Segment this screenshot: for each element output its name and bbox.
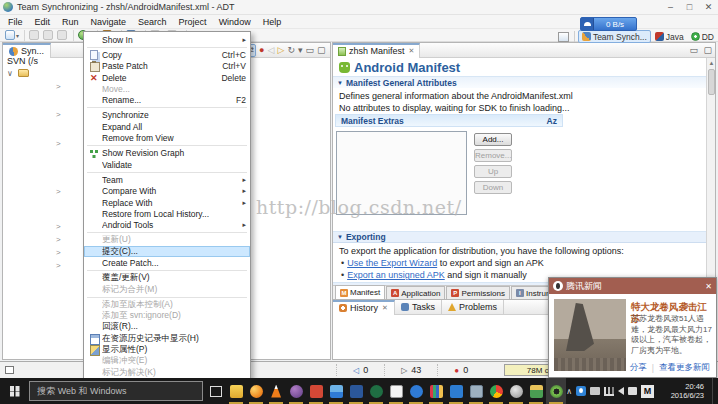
tree-chevron-icon[interactable]: > <box>56 82 61 91</box>
net-speed-overlay[interactable]: 0 B/s <box>580 17 637 31</box>
chrome-button[interactable] <box>486 378 506 404</box>
menu-item-team[interactable]: Team▸ <box>84 174 250 185</box>
media-button[interactable] <box>426 378 446 404</box>
menu-item-expand-all[interactable]: Expand All <box>84 121 250 132</box>
refresh-icon[interactable]: ↻ <box>287 45 295 56</box>
save-button[interactable] <box>29 30 41 40</box>
save-all-button[interactable] <box>43 30 55 40</box>
print-button[interactable] <box>57 30 69 40</box>
file-explorer-button[interactable] <box>226 378 246 404</box>
perspective-team-sync[interactable]: Team Synch... <box>578 30 651 43</box>
tab-application[interactable]: AApplication <box>386 286 445 299</box>
maximize-view-icon[interactable]: ▢ <box>317 45 326 56</box>
close-tab-icon[interactable]: ✕ <box>382 304 388 312</box>
project-folder-icon[interactable] <box>18 69 29 77</box>
fast-view-icon[interactable] <box>5 366 14 374</box>
menu-item-show-in-resource-history[interactable]: 在资源历史记录中显示(H) <box>84 333 250 344</box>
add-button[interactable]: Add... <box>474 133 512 146</box>
browser-button[interactable] <box>286 378 306 404</box>
close-tab-icon[interactable]: ✕ <box>409 47 415 55</box>
tab-tasks[interactable]: Tasks <box>395 300 442 315</box>
action-center-icon[interactable] <box>628 387 637 395</box>
network-icon[interactable] <box>604 387 614 396</box>
sort-alphabetical-button[interactable]: Az <box>547 116 557 126</box>
security-button[interactable] <box>366 378 386 404</box>
menu-item-rename[interactable]: Rename...F2 <box>84 94 250 105</box>
menu-item-show-revision-graph[interactable]: Show Revision Graph <box>84 148 250 159</box>
tree-chevron-icon[interactable]: > <box>56 222 61 231</box>
unsigned-apk-link[interactable]: Export an unsigned APK <box>347 270 445 280</box>
menu-item-validate[interactable]: Validate <box>84 159 250 170</box>
svn-root-node[interactable]: SVN (/s <box>7 56 38 66</box>
scroll-up-icon[interactable]: ▲ <box>707 60 715 66</box>
collapse-triangle-icon[interactable]: ▼ <box>337 80 343 86</box>
eclipse-taskbar-button[interactable] <box>546 378 566 404</box>
view-menu-icon[interactable]: ▾ <box>298 45 303 56</box>
restore-button[interactable]: □ <box>680 2 699 12</box>
next-change-icon[interactable]: ▷ <box>277 45 284 56</box>
dropdown-icon[interactable]: ▾ <box>16 32 19 39</box>
share-link[interactable]: 分享 <box>630 362 647 374</box>
menu-item-paste-patch[interactable]: Paste PatchCtrl+V <box>84 61 250 72</box>
my-computer-button[interactable] <box>466 378 486 404</box>
ie-button[interactable] <box>406 378 426 404</box>
open-perspective-icon[interactable] <box>558 32 569 42</box>
new-wizard-button[interactable]: ▾ <box>5 30 20 40</box>
show-desktop-button[interactable] <box>712 378 716 404</box>
form-scrollbar[interactable]: ▲ ▼ <box>706 58 715 285</box>
tree-chevron-icon[interactable]: > <box>56 187 61 196</box>
start-button[interactable] <box>0 378 29 404</box>
tab-permissions[interactable]: PPermissions <box>446 286 510 299</box>
menu-item-create-patch[interactable]: Create Patch... <box>84 257 250 268</box>
tab-manifest[interactable]: MManifest <box>335 285 385 299</box>
menu-project[interactable]: Project <box>173 16 213 28</box>
menu-search[interactable]: Search <box>132 16 173 28</box>
menu-item-compare-with[interactable]: Compare With▸ <box>84 186 250 197</box>
ime-indicator[interactable]: M <box>641 385 654 398</box>
qq-tray-icon[interactable] <box>576 386 586 396</box>
manifest-extras-list[interactable] <box>336 131 467 215</box>
more-news-link[interactable]: 查看更多新闻 <box>659 362 710 374</box>
minimize-view-icon[interactable]: ▭ <box>305 45 314 56</box>
menu-item-remove-from-view[interactable]: Remove from View <box>84 132 250 143</box>
menu-item-replace-with[interactable]: Replace With▸ <box>84 197 250 208</box>
doc-search-button[interactable] <box>386 378 406 404</box>
menu-item-override-update[interactable]: 覆盖/更新(V) <box>84 273 250 284</box>
tab-problems[interactable]: Problems <box>442 300 504 315</box>
section-manifest-extras[interactable]: Manifest Extras Az <box>335 114 563 127</box>
taskbar-clock[interactable]: 20:46 2016/6/23 <box>662 382 704 401</box>
menu-help[interactable]: Help <box>257 16 288 28</box>
menu-window[interactable]: Window <box>213 16 257 28</box>
section-exporting[interactable]: ▼ Exporting <box>333 231 707 243</box>
photos-button[interactable] <box>326 378 346 404</box>
minimize-button[interactable]: – <box>661 2 680 12</box>
menu-item-restore-from-local-history[interactable]: Restore from Local History... <box>84 208 250 219</box>
firefox-button[interactable] <box>246 378 266 404</box>
tab-zhsh-manifest[interactable]: zhsh Manifest ✕ <box>333 43 420 58</box>
tree-chevron-icon[interactable]: > <box>56 139 61 148</box>
tab-history[interactable]: History✕ <box>333 300 395 315</box>
menu-item-synchronize[interactable]: Synchronize <box>84 110 250 121</box>
wps-button[interactable] <box>306 378 326 404</box>
maximize-editor-icon[interactable]: ▢ <box>703 45 712 55</box>
collapse-triangle-icon[interactable]: ▼ <box>337 234 343 240</box>
menu-item-android-tools[interactable]: Android Tools▸ <box>84 219 250 230</box>
section-general-attributes[interactable]: ▼ Manifest General Attributes <box>333 76 707 88</box>
planet-app-button[interactable] <box>506 378 526 404</box>
tree-chevron-icon[interactable]: > <box>56 261 61 270</box>
news-thumbnail[interactable] <box>554 299 626 371</box>
perspective-ddms[interactable]: DD <box>688 30 717 43</box>
tree-chevron-icon[interactable]: > <box>56 110 61 119</box>
menu-item-show-in[interactable]: Show In▸ <box>84 34 250 45</box>
close-button[interactable]: ✕ <box>699 2 718 12</box>
popup-close-icon[interactable]: ✕ <box>705 282 712 291</box>
driver-tray-icon[interactable] <box>590 387 600 395</box>
menu-item-delete[interactable]: DeleteDelete <box>84 72 250 83</box>
minimize-editor-icon[interactable]: ▭ <box>689 45 698 55</box>
tree-chevron-icon[interactable]: > <box>56 248 61 257</box>
menu-item-commit[interactable]: 提交(C)... <box>84 246 250 257</box>
menu-run[interactable]: Run <box>56 16 85 28</box>
scrollbar-thumb[interactable] <box>708 69 715 95</box>
tray-expand-icon[interactable]: ∧ <box>566 387 572 396</box>
menu-edit[interactable]: Edit <box>29 16 57 28</box>
